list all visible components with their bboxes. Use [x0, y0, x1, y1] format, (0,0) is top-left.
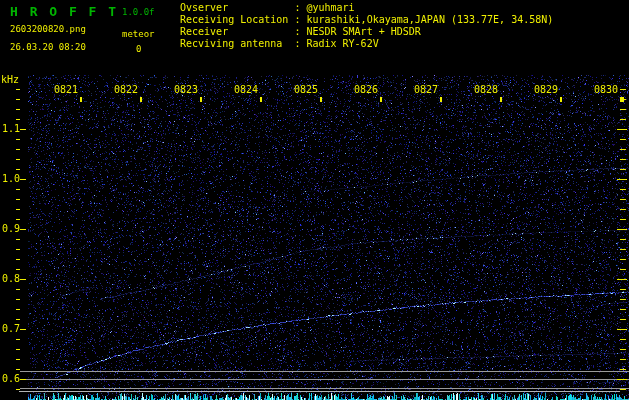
time-tick-label: 0821	[54, 84, 78, 95]
app-title: H R O F F T	[10, 4, 118, 19]
info-line-location: Receiving Location : kurashiki,Okayama,J…	[180, 14, 553, 26]
info-line-antenna: Recviving antenna : Radix RY-62V	[180, 38, 553, 50]
freq-tick-label: 0.7	[2, 323, 20, 334]
freq-tick-label: 0.6	[2, 373, 20, 384]
time-tick-label: 0822	[114, 84, 138, 95]
time-tick-label: 0828	[474, 84, 498, 95]
spectrogram-canvas	[0, 0, 629, 400]
freq-tick-label: 0.8	[2, 273, 20, 284]
freq-tick-label: 1.1	[2, 123, 20, 134]
observation-datetime: 26.03.20 08:20	[10, 42, 86, 52]
observer-info-block: Ovserver : @yuhmari Receiving Location :…	[180, 2, 553, 50]
freq-tick-label: 0.9	[2, 223, 20, 234]
meteor-counter-label: meteor	[122, 29, 155, 39]
time-tick-label: 0824	[234, 84, 258, 95]
meteor-counter-value: 0	[136, 44, 141, 54]
output-filename: 2603200820.png	[10, 24, 86, 34]
time-tick-label: 0826	[354, 84, 378, 95]
info-line-observer: Ovserver : @yuhmari	[180, 2, 553, 14]
y-axis-unit-label: kHz	[1, 74, 19, 85]
info-line-receiver: Receiver : NESDR SMArt + HDSDR	[180, 26, 553, 38]
hrofft-spectrogram-app: H R O F F T 1.0.0f 2603200820.png 26.03.…	[0, 0, 629, 400]
app-version: 1.0.0f	[122, 7, 155, 17]
time-tick-label: 0829	[534, 84, 558, 95]
time-tick-label: 0825	[294, 84, 318, 95]
freq-tick-label: 1.0	[2, 173, 20, 184]
time-tick-label: 0830	[594, 84, 618, 95]
time-tick-label: 0823	[174, 84, 198, 95]
time-tick-label: 0827	[414, 84, 438, 95]
